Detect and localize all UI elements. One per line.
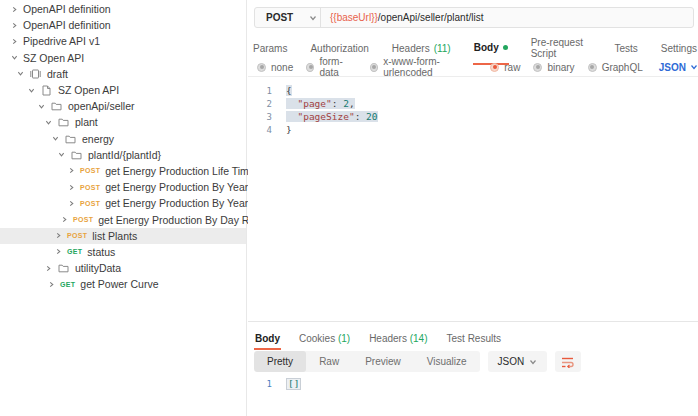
- chevron-down-icon[interactable]: [35, 100, 47, 112]
- tree-item-label: openApi/seller: [68, 100, 135, 112]
- chevron-right-icon[interactable]: [8, 3, 20, 15]
- method-dropdown[interactable]: POST: [255, 8, 321, 27]
- chevron-right-icon[interactable]: [45, 278, 57, 290]
- tree-item-get-energy-production-life-time[interactable]: POSTget Energy Production Life Time: [0, 163, 246, 179]
- tab-label: Headers: [392, 43, 430, 54]
- chevron-right-icon[interactable]: [58, 214, 70, 226]
- tab-count-badge: (11): [434, 43, 451, 54]
- view-button-raw[interactable]: Raw: [306, 351, 352, 372]
- chevron-right-icon[interactable]: [52, 230, 64, 242]
- body-type-radio-x-www-form-urlencoded[interactable]: x-www-form-urlencoded: [370, 56, 477, 78]
- response-tabs: BodyCookies (1)Headers (14)Test Results: [254, 331, 502, 350]
- response-line: 1 []: [248, 377, 698, 391]
- wrap-lines-button[interactable]: [555, 351, 581, 372]
- tab-count-badge: (14): [407, 333, 428, 344]
- chevron-down-icon: [529, 358, 537, 366]
- tree-item-sz-open-api[interactable]: SZ Open API: [0, 82, 246, 98]
- url-input[interactable]: {{baseUrl}}/openApi/seller/plant/list: [321, 8, 483, 27]
- request-body-editor[interactable]: 1{2 "page": 2,3 "pageSize": 204}: [248, 77, 698, 321]
- line-number: 3: [248, 112, 272, 122]
- editor-line-content: {: [286, 85, 292, 96]
- tree-item-openapi-definition[interactable]: OpenAPI definition: [0, 17, 246, 33]
- method-badge: POST: [67, 232, 87, 239]
- response-body[interactable]: 1 []: [248, 377, 698, 391]
- chevron-right-icon[interactable]: [65, 165, 77, 177]
- line-number: 4: [248, 125, 272, 135]
- response-language-dropdown[interactable]: JSON: [488, 351, 548, 372]
- view-button-preview[interactable]: Preview: [352, 351, 414, 372]
- chevron-down-icon[interactable]: [25, 84, 37, 96]
- divider: [248, 321, 698, 322]
- tree-item-openapi-seller[interactable]: openApi/seller: [0, 98, 246, 114]
- body-type-radio-graphql[interactable]: GraphQL: [588, 62, 643, 73]
- tree-item-label: OpenAPI definition: [23, 19, 111, 31]
- response-tab-test-results[interactable]: Test Results: [446, 331, 502, 350]
- chevron-down-icon[interactable]: [55, 149, 67, 161]
- tree-item-get-power-curve[interactable]: GETget Power Curve: [0, 276, 246, 292]
- chevron-down-icon[interactable]: [42, 116, 54, 128]
- tree-item-draft[interactable]: draft: [0, 66, 246, 82]
- tree-item-get-energy-production-by-year-month[interactable]: POSTget Energy Production By Year Month: [0, 195, 246, 211]
- tree-item-label: status: [87, 246, 115, 258]
- radio-label: GraphQL: [602, 62, 643, 73]
- tree-item-pipedrive-api-v1[interactable]: Pipedrive API v1: [0, 33, 246, 49]
- chevron-right-icon[interactable]: [42, 262, 54, 274]
- chevron-right-icon[interactable]: [8, 35, 20, 47]
- radio-label: form-data: [319, 56, 357, 78]
- body-type-radios: noneform-datax-www-form-urlencodedrawbin…: [257, 56, 643, 78]
- body-type-radio-raw[interactable]: raw: [490, 62, 520, 73]
- chevron-down-icon[interactable]: [49, 133, 61, 145]
- api-tree: OpenAPI definitionOpenAPI definitionPipe…: [0, 1, 246, 292]
- tree-item-label: utilityData: [75, 262, 121, 274]
- wrap-lines-icon: [561, 356, 575, 368]
- tab-label: Tests: [615, 43, 638, 54]
- tree-item-utilitydata[interactable]: utilityData: [0, 260, 246, 276]
- radio-label: raw: [504, 62, 520, 73]
- method-badge: POST: [80, 200, 100, 207]
- radio-label: binary: [547, 62, 574, 73]
- tree-item-sz-open-api[interactable]: SZ Open API: [0, 50, 246, 66]
- tree-item-label: SZ Open API: [23, 52, 84, 64]
- folder-icon: [70, 149, 83, 161]
- body-type-radio-binary[interactable]: binary: [533, 62, 574, 73]
- radio-icon: [588, 63, 597, 72]
- tree-item-energy[interactable]: energy: [0, 131, 246, 147]
- editor-line: 1{: [248, 84, 698, 97]
- body-type-radio-none[interactable]: none: [257, 62, 293, 73]
- response-tab-body[interactable]: Body: [254, 331, 281, 350]
- method-badge: GET: [60, 281, 75, 288]
- editor-line: 2 "page": 2,: [248, 97, 698, 110]
- tree-item-label: OpenAPI definition: [23, 3, 111, 15]
- chevron-right-icon[interactable]: [65, 181, 77, 193]
- tree-item-label: get Power Curve: [80, 278, 158, 290]
- tree-item-label: Pipedrive API v1: [23, 35, 100, 47]
- tree-item-get-energy-production-by-day-range[interactable]: POSTget Energy Production By Day Range: [0, 211, 246, 227]
- editor-line-content: "pageSize": 20: [286, 111, 378, 122]
- response-view-switcher: PrettyRawPreviewVisualize: [254, 351, 480, 372]
- chevron-right-icon[interactable]: [65, 197, 77, 209]
- response-tab-headers[interactable]: Headers (14): [368, 331, 428, 350]
- chevron-right-icon[interactable]: [52, 246, 64, 258]
- body-type-radio-form-data[interactable]: form-data: [306, 56, 357, 78]
- chevron-down-icon[interactable]: [14, 68, 26, 80]
- tree-item-list-plants[interactable]: POSTlist Plants: [0, 228, 246, 244]
- chevron-right-icon[interactable]: [8, 19, 20, 31]
- body-language-label: JSON: [659, 62, 686, 73]
- response-tab-cookies[interactable]: Cookies (1): [298, 331, 351, 350]
- tab-label: Cookies: [299, 333, 335, 344]
- tree-item-get-energy-production-by-year[interactable]: POSTget Energy Production By Year: [0, 179, 246, 195]
- radio-icon: [306, 63, 314, 72]
- chevron-down-icon[interactable]: [8, 52, 20, 64]
- body-language-dropdown[interactable]: JSON: [659, 62, 698, 73]
- versions-icon: [29, 68, 42, 80]
- method-label: POST: [266, 12, 293, 23]
- tree-item-openapi-definition[interactable]: OpenAPI definition: [0, 1, 246, 17]
- tree-item-status[interactable]: GETstatus: [0, 244, 246, 260]
- view-button-visualize[interactable]: Visualize: [414, 351, 480, 372]
- view-button-pretty[interactable]: Pretty: [254, 351, 306, 372]
- editor-line-content: "page": 2,: [286, 98, 355, 109]
- tree-item-plant[interactable]: plant: [0, 114, 246, 130]
- tab-label: Test Results: [447, 333, 501, 344]
- editor-line-content: }: [286, 124, 292, 135]
- tree-item-plantid-plantid-[interactable]: plantId/{plantId}: [0, 147, 246, 163]
